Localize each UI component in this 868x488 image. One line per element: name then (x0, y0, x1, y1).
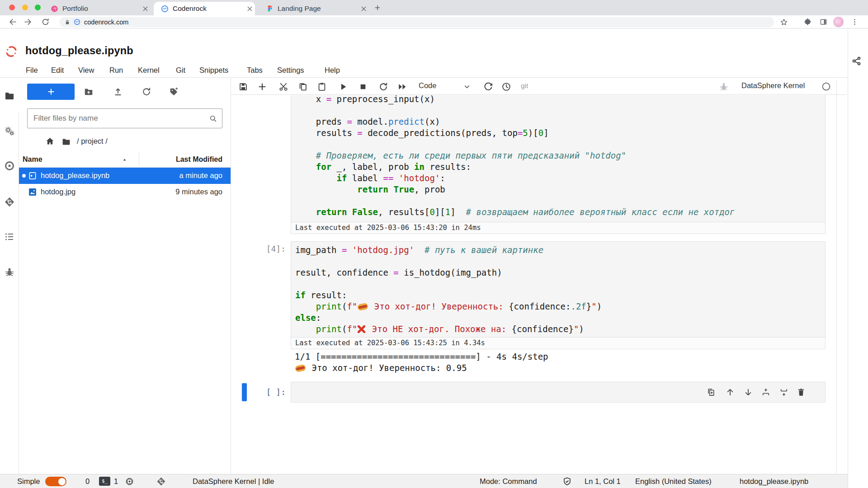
back-icon[interactable] (9, 18, 17, 26)
menu-run[interactable]: Run (109, 65, 123, 75)
file-browser-icon[interactable] (4, 90, 15, 101)
codenrock-favicon (161, 5, 169, 13)
code-editor: x = preprocess_input(x) preds = model.pr… (295, 95, 735, 218)
history-clock-icon[interactable] (501, 82, 511, 92)
menu-edit[interactable]: Edit (51, 65, 64, 75)
column-name[interactable]: Name (23, 155, 42, 164)
profile-avatar[interactable] (833, 17, 844, 27)
file-row-selected[interactable]: hotdog_please.ipynb a minute ago (19, 168, 231, 184)
search-icon (209, 114, 217, 123)
file-modified: 9 minutes ago (149, 188, 222, 196)
tab-title: Portfolio (62, 5, 88, 13)
upload-icon[interactable] (113, 87, 123, 97)
kernel-status-text[interactable]: DataSphere Kernel | Idle (193, 477, 274, 486)
debugger-bug-icon[interactable] (4, 267, 15, 277)
status-filename: hotdog_please.ipynb (740, 477, 808, 486)
file-row[interactable]: hotdog.jpg 9 minutes ago (19, 184, 231, 200)
move-cell-down-icon[interactable] (744, 388, 753, 397)
browser-tab-codenrock[interactable]: Codenrock (154, 2, 255, 15)
dribbble-favicon (51, 5, 58, 13)
browser-tab-portfolio[interactable]: Portfolio (42, 2, 151, 15)
stop-kernel-icon[interactable] (358, 82, 368, 92)
restart-kernel-icon[interactable] (378, 82, 388, 92)
browser-menu-icon[interactable] (851, 18, 859, 26)
chip-icon[interactable] (125, 477, 134, 486)
terminal-icon[interactable]: $_ (99, 477, 110, 486)
filter-files-input[interactable]: Filter files by name (27, 108, 222, 128)
url-field[interactable]: codenrock.com (59, 17, 774, 27)
notebook-file-icon (28, 171, 37, 180)
chevron-down-icon[interactable] (463, 83, 471, 91)
menu-kernel[interactable]: Kernel (138, 65, 160, 75)
menu-settings[interactable]: Settings (277, 65, 304, 75)
new-launcher-button[interactable] (27, 84, 75, 100)
copy-cell-icon[interactable] (298, 82, 308, 92)
table-of-contents-icon[interactable] (4, 231, 15, 242)
git-toolbar-label[interactable]: git (521, 82, 528, 90)
mode-indicator[interactable]: Mode: Command (480, 477, 537, 486)
kernels-count: 1 (114, 477, 118, 486)
tab-close-icon[interactable] (246, 5, 254, 13)
insert-cell-above-icon[interactable] (761, 388, 770, 397)
cut-cell-icon[interactable] (278, 82, 288, 92)
run-cell-icon[interactable] (338, 82, 348, 92)
kernel-status-circle[interactable] (821, 82, 831, 91)
macos-minimize-button[interactable] (22, 5, 28, 10)
breadcrumb-folder-icon[interactable] (61, 137, 71, 146)
code-cell-1[interactable]: x = preprocess_input(x) preds = model.pr… (291, 95, 826, 222)
code-cell-2[interactable]: img_path = 'hotdog.jpg' # путь к вашей к… (291, 241, 826, 338)
refresh-icon[interactable] (142, 87, 151, 97)
git-status-icon[interactable] (156, 477, 166, 486)
menu-snippets[interactable]: Snippets (199, 65, 228, 75)
forward-icon[interactable] (24, 18, 32, 26)
menu-tabs[interactable]: Tabs (247, 65, 263, 75)
duplicate-cell-icon[interactable] (707, 388, 716, 397)
add-cell-icon[interactable] (257, 82, 267, 92)
bookmark-star-icon[interactable] (780, 18, 788, 26)
new-tab-button[interactable] (374, 4, 381, 11)
paste-cell-icon[interactable] (317, 82, 327, 92)
home-icon[interactable] (45, 136, 55, 146)
tab-close-icon[interactable] (360, 5, 368, 13)
cursor-position[interactable]: Ln 1, Col 1 (585, 477, 621, 486)
sort-ascending-icon[interactable] (122, 157, 127, 163)
simple-mode-toggle[interactable] (45, 477, 66, 486)
notebook-scrollbar[interactable] (836, 80, 837, 474)
share-icon[interactable] (852, 56, 862, 66)
macos-zoom-button[interactable] (35, 5, 41, 10)
kernel-name[interactable]: DataSphere Kernel (741, 81, 805, 90)
menu-help[interactable]: Help (325, 65, 340, 75)
column-last-modified[interactable]: Last Modified (149, 155, 222, 164)
running-sessions-icon[interactable] (4, 160, 15, 171)
site-favicon (74, 19, 80, 25)
right-sidebar (848, 28, 868, 488)
sync-icon[interactable] (483, 82, 493, 92)
extensions-icon[interactable] (804, 18, 811, 26)
app-logo[interactable] (5, 46, 17, 57)
delete-cell-icon[interactable] (797, 388, 806, 397)
language-indicator[interactable]: English (United States) (635, 477, 712, 486)
new-folder-icon[interactable] (84, 87, 94, 97)
git-icon[interactable] (4, 197, 15, 207)
image-file-icon (28, 188, 37, 197)
cell-type-select[interactable]: Code (419, 81, 436, 90)
new-tag-icon[interactable] (169, 87, 179, 97)
macos-close-button[interactable] (9, 5, 15, 10)
move-cell-up-icon[interactable] (726, 388, 735, 397)
unsaved-dot (22, 174, 26, 178)
breadcrumb[interactable]: / project / (77, 137, 108, 145)
menu-view[interactable]: View (78, 65, 94, 75)
run-all-icon[interactable] (397, 82, 407, 92)
tab-close-icon[interactable] (142, 5, 149, 13)
side-panel-icon[interactable] (820, 18, 827, 26)
shield-check-icon[interactable] (562, 477, 572, 486)
save-icon[interactable] (238, 82, 248, 92)
debug-bug-icon[interactable] (719, 82, 729, 92)
menu-file[interactable]: File (26, 65, 38, 75)
menu-git[interactable]: Git (176, 65, 185, 75)
insert-cell-below-icon[interactable] (779, 388, 788, 397)
browser-tab-landing-page[interactable]: Landing Page (259, 2, 371, 15)
filter-placeholder: Filter files by name (33, 114, 209, 123)
reload-icon[interactable] (41, 18, 50, 26)
settings-gears-icon[interactable] (4, 126, 15, 136)
